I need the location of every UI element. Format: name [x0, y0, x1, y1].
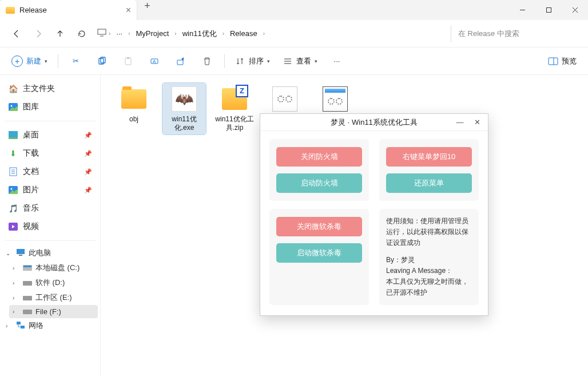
chevron-right-icon: › — [13, 295, 19, 301]
sidebar-home[interactable]: 🏠主文件夹 — [2, 80, 98, 98]
svg-rect-29 — [17, 249, 25, 254]
chevron-down-icon: ▾ — [45, 58, 47, 64]
network-icon — [16, 321, 25, 331]
file-item-folder[interactable]: obj — [112, 83, 156, 126]
chevron-right-icon: › — [106, 30, 113, 37]
sidebar: 🏠主文件夹 图库 桌面📌 ⬇下载📌 文档📌 图片📌 🎵音乐 视频 ⌄此电脑 ›本… — [0, 75, 101, 376]
tab-release[interactable]: Release × — [0, 0, 137, 20]
maximize-button[interactable] — [535, 0, 562, 20]
ellipsis-icon: ··· — [334, 57, 340, 65]
config-icon — [272, 86, 297, 112]
titlebar: Release × + — [0, 0, 588, 20]
video-icon — [8, 221, 18, 232]
copy-icon — [97, 56, 107, 66]
drive-icon — [23, 264, 32, 272]
drive-icon — [23, 307, 32, 316]
sidebar-item-videos[interactable]: 视频 — [2, 217, 98, 236]
view-button[interactable]: 查看 ▾ — [278, 51, 322, 72]
chevron-right-icon: › — [220, 30, 227, 37]
home-icon: 🏠 — [8, 84, 18, 94]
paste-button[interactable] — [117, 51, 140, 72]
dll-icon — [323, 86, 348, 112]
sidebar-drive-c[interactable]: ›本地磁盘 (C:) — [9, 260, 98, 275]
win10-menu-button[interactable]: 右键菜单梦回10 — [386, 147, 472, 167]
svg-rect-4 — [98, 29, 106, 34]
sidebar-item-music[interactable]: 🎵音乐 — [2, 199, 98, 217]
sidebar-drive-d[interactable]: ›软件 (D:) — [9, 275, 98, 290]
forward-button[interactable] — [27, 23, 49, 45]
pin-icon: 📌 — [84, 150, 92, 157]
svg-rect-9 — [127, 57, 129, 59]
close-tab-icon[interactable]: × — [126, 5, 131, 15]
file-item-zip[interactable]: win11优化工具.zip — [213, 83, 256, 134]
sort-button[interactable]: 排序 ▾ — [231, 51, 275, 72]
search-input[interactable]: 在 Release 中搜索 — [451, 25, 582, 42]
disable-firewall-button[interactable]: 关闭防火墙 — [276, 147, 362, 167]
delete-button[interactable] — [196, 51, 218, 72]
info-text: 使用须知：使用请用管理员运行，以此获得高权限以保证设置成功 — [386, 216, 472, 249]
zip-icon — [222, 88, 247, 110]
pin-icon: 📌 — [84, 187, 92, 194]
file-label: win11优化工具.zip — [215, 115, 254, 132]
dialog-close-button[interactable]: ✕ — [468, 114, 486, 130]
back-button[interactable] — [6, 23, 27, 45]
defender-panel: 关闭微软杀毒 启动微软杀毒 — [269, 209, 369, 305]
svg-rect-1 — [546, 8, 551, 13]
file-label: obj — [129, 115, 138, 124]
crumb[interactable]: MyProject — [133, 29, 173, 38]
info-text: 本工具仅为无聊之时而做，已开源不维护 — [386, 276, 472, 298]
chevron-down-icon: ⌄ — [6, 250, 13, 256]
picture-icon — [8, 185, 18, 195]
svg-rect-32 — [23, 266, 31, 267]
cut-button[interactable]: ✂ — [64, 51, 87, 72]
download-icon: ⬇ — [8, 148, 18, 159]
desktop-icon — [8, 130, 18, 140]
sidebar-thispc[interactable]: ⌄此电脑 — [2, 246, 98, 260]
file-item-dll[interactable] — [313, 83, 357, 117]
copy-button[interactable] — [90, 51, 113, 72]
crumb[interactable]: win11优化 — [179, 29, 220, 39]
share-button[interactable] — [169, 51, 192, 72]
chevron-right-icon: › — [13, 308, 19, 315]
breadcrumb[interactable]: › ··· › MyProject › win11优化 › Release › — [97, 29, 451, 39]
refresh-button[interactable] — [71, 23, 93, 45]
svg-rect-37 — [21, 326, 25, 328]
dialog-title: 梦灵 · Win11系统优化工具 — [331, 117, 418, 128]
disable-defender-button[interactable]: 关闭微软杀毒 — [276, 217, 362, 236]
sidebar-network[interactable]: ›网络 — [2, 318, 98, 333]
up-button[interactable] — [49, 23, 71, 45]
svg-rect-21 — [9, 137, 18, 139]
rename-button[interactable]: A — [143, 51, 166, 72]
dialog-titlebar[interactable]: 梦灵 · Win11系统优化工具 — ✕ — [260, 114, 488, 131]
crumb[interactable]: Release — [227, 29, 261, 38]
info-text: By：梦灵 — [386, 255, 472, 266]
chevron-right-icon: › — [261, 30, 267, 37]
preview-button[interactable]: 预览 — [543, 51, 581, 72]
file-item-exe[interactable]: 🦇 win11优化.exe — [162, 83, 206, 134]
monitor-icon — [97, 29, 106, 38]
dialog-minimize-button[interactable]: — — [451, 114, 468, 130]
svg-text:A: A — [153, 59, 156, 64]
enable-defender-button[interactable]: 启动微软杀毒 — [276, 243, 362, 263]
restore-menu-button[interactable]: 还原菜单 — [386, 173, 472, 193]
close-window-button[interactable] — [562, 0, 588, 20]
sidebar-item-pictures[interactable]: 图片📌 — [2, 181, 98, 199]
preview-icon — [548, 56, 558, 66]
new-tab-button[interactable]: + — [137, 0, 157, 12]
tab-title: Release — [19, 6, 47, 14]
enable-firewall-button[interactable]: 启动防火墙 — [276, 173, 362, 193]
new-button[interactable]: + 新建 ▾ — [7, 51, 52, 72]
sidebar-item-downloads[interactable]: ⬇下载📌 — [2, 144, 98, 163]
minimize-button[interactable] — [509, 0, 535, 20]
sidebar-drive-f[interactable]: ›File (F:) — [9, 305, 98, 318]
sidebar-item-documents[interactable]: 文档📌 — [2, 163, 98, 181]
sidebar-drive-e[interactable]: ›工作区 (E:) — [9, 290, 98, 305]
ellipsis-icon[interactable]: ··· — [113, 29, 126, 38]
svg-rect-33 — [23, 281, 32, 286]
chevron-right-icon: › — [13, 265, 19, 271]
more-button[interactable]: ··· — [325, 51, 348, 72]
sidebar-item-desktop[interactable]: 桌面📌 — [2, 126, 98, 144]
sidebar-gallery[interactable]: 图库 — [2, 98, 98, 116]
scissors-icon: ✂ — [70, 56, 81, 66]
folder-icon — [6, 7, 15, 14]
